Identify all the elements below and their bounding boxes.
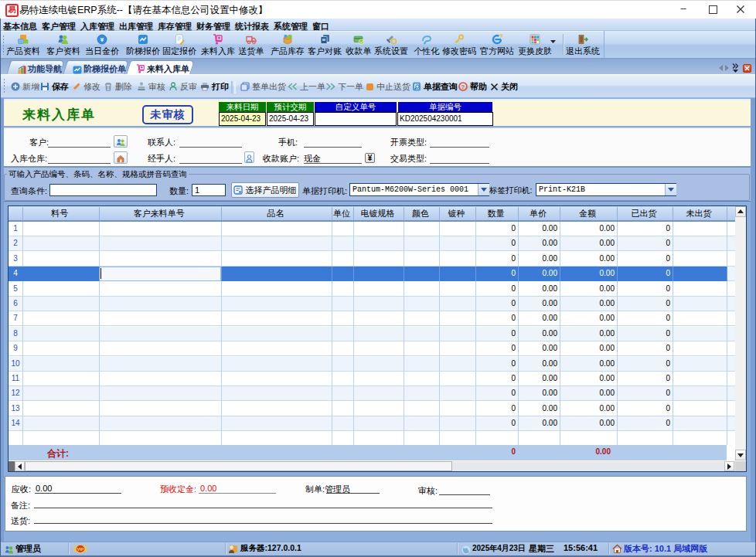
svg-text:VIP: VIP [77,547,84,552]
svg-text:?: ? [461,83,465,90]
svg-text:¥: ¥ [100,36,104,43]
